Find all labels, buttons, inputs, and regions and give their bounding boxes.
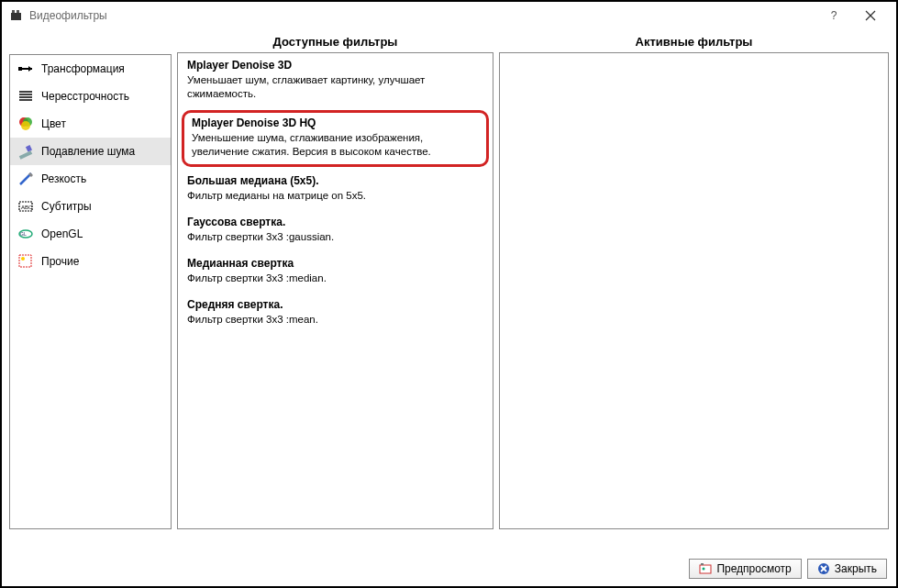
filter-desc: Фильтр свертки 3x3 :gaussian. xyxy=(187,230,483,244)
sharpness-icon xyxy=(17,171,34,187)
filter-title: Гауссова свертка. xyxy=(187,216,483,228)
svg-point-26 xyxy=(703,568,705,571)
svg-rect-27 xyxy=(701,563,704,565)
svg-rect-23 xyxy=(19,255,31,267)
transform-icon xyxy=(17,61,34,77)
interlace-icon xyxy=(17,88,34,105)
svg-rect-1 xyxy=(12,10,15,13)
titlebar: Видеофильтры ? xyxy=(2,2,896,29)
filter-item[interactable]: Гауссова свертка. Фильтр свертки 3x3 :ga… xyxy=(178,210,493,251)
filter-item[interactable]: Большая медиана (5x5). Фильтр медианы на… xyxy=(178,169,493,210)
active-filters-header: Активные фильтры xyxy=(499,29,889,52)
sidebar-item-subtitles[interactable]: ABC Субтитры xyxy=(10,193,171,220)
svg-rect-16 xyxy=(26,145,32,152)
close-window-button[interactable] xyxy=(852,2,889,29)
filter-desc: Уменьшение шума, сглаживание изображения… xyxy=(192,131,479,159)
help-button[interactable]: ? xyxy=(815,2,852,29)
active-filters-column: Активные фильтры xyxy=(499,29,889,529)
svg-point-14 xyxy=(21,121,30,130)
filter-item-highlighted[interactable]: Mplayer Denoise 3D HQ Уменьшение шума, с… xyxy=(182,110,489,167)
close-button[interactable]: Закрыть xyxy=(807,559,887,579)
preview-button[interactable]: Предпросмотр xyxy=(689,559,801,579)
sidebar-item-interlace[interactable]: Чересстрочность xyxy=(10,83,171,110)
sidebar-item-label: Резкость xyxy=(41,172,86,185)
sidebar-item-label: Субтитры xyxy=(41,200,92,213)
close-button-label: Закрыть xyxy=(835,562,877,575)
svg-marker-7 xyxy=(28,66,32,72)
filter-item[interactable]: Mplayer Denoise 3D Уменьшает шум, сглажи… xyxy=(178,53,493,108)
close-icon xyxy=(817,562,830,575)
sidebar-item-denoise[interactable]: Подавление шума xyxy=(10,138,171,165)
other-icon xyxy=(17,253,34,270)
filter-desc: Фильтр свертки 3x3 :median. xyxy=(187,272,483,285)
color-icon xyxy=(17,116,34,132)
denoise-icon xyxy=(17,143,34,160)
active-filters-list xyxy=(499,52,889,529)
filter-title: Медианная свертка xyxy=(187,257,483,270)
svg-rect-25 xyxy=(700,565,711,573)
svg-rect-6 xyxy=(18,67,22,71)
filter-title: Средняя свертка. xyxy=(187,298,483,311)
sidebar-item-label: Трансформация xyxy=(41,62,125,75)
filter-title: Mplayer Denoise 3D xyxy=(187,59,483,72)
filter-title: Большая медиана (5x5). xyxy=(187,174,483,187)
sidebar-item-label: Цвет xyxy=(41,117,66,130)
sidebar-item-label: Подавление шума xyxy=(41,145,135,158)
svg-rect-0 xyxy=(11,13,21,20)
category-list: Трансформация Чересстрочность Цвет Подав… xyxy=(9,54,172,529)
app-icon xyxy=(9,8,24,23)
sidebar-item-transform[interactable]: Трансформация xyxy=(10,55,171,83)
filter-desc: Фильтр медианы на матрице on 5x5. xyxy=(187,189,483,203)
filter-desc: Уменьшает шум, сглаживает картинку, улуч… xyxy=(187,73,483,101)
filter-desc: Фильтр свертки 3x3 :mean. xyxy=(187,313,483,327)
available-filters-header: Доступные фильтры xyxy=(177,29,493,52)
preview-button-label: Предпросмотр xyxy=(716,562,791,575)
filter-item[interactable]: Медианная свертка Фильтр свертки 3x3 :me… xyxy=(178,251,493,293)
preview-icon xyxy=(699,562,712,575)
sidebar-item-label: Чересстрочность xyxy=(41,90,129,103)
sidebar-item-color[interactable]: Цвет xyxy=(10,110,171,138)
window-title: Видеофильтры xyxy=(29,9,107,22)
bottom-button-bar: Предпросмотр Закрыть xyxy=(689,559,887,579)
filter-item[interactable]: Средняя свертка. Фильтр свертки 3x3 :mea… xyxy=(178,293,493,334)
available-filters-column: Доступные фильтры Mplayer Denoise 3D Уме… xyxy=(177,29,493,529)
filter-title: Mplayer Denoise 3D HQ xyxy=(192,116,479,129)
sidebar-item-opengl[interactable]: GL OpenGL xyxy=(10,220,171,248)
svg-text:GL: GL xyxy=(20,231,27,237)
category-sidebar: Трансформация Чересстрочность Цвет Подав… xyxy=(9,29,172,529)
sidebar-item-sharpness[interactable]: Резкость xyxy=(10,165,171,193)
svg-rect-2 xyxy=(17,10,19,13)
sidebar-item-label: OpenGL xyxy=(41,227,83,240)
svg-text:ABC: ABC xyxy=(21,205,33,210)
svg-rect-15 xyxy=(19,150,32,160)
sidebar-item-label: Прочие xyxy=(41,255,79,268)
subtitles-icon: ABC xyxy=(17,198,34,215)
svg-point-24 xyxy=(21,257,25,261)
sidebar-item-other[interactable]: Прочие xyxy=(10,248,171,275)
opengl-icon: GL xyxy=(17,226,34,242)
available-filters-list: Mplayer Denoise 3D Уменьшает шум, сглажи… xyxy=(177,52,493,529)
